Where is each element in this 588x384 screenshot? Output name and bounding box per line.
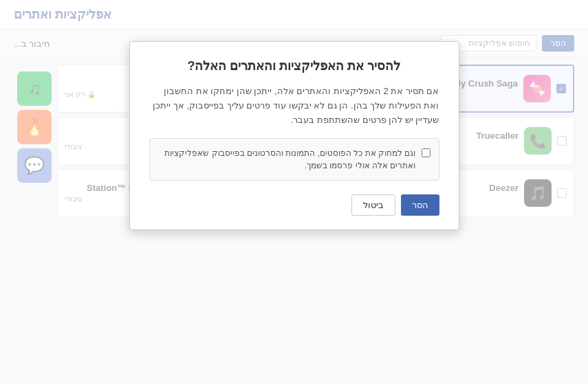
modal-actions: הסר ביטול (149, 194, 439, 216)
modal-cancel-button[interactable]: ביטול (351, 194, 395, 216)
modal-body: אם תסיר את 2 האפליקציות והאתרים אלה, יית… (149, 84, 439, 127)
modal-checkbox[interactable] (422, 148, 431, 157)
modal-checkbox-row: וגם למחוק את כל הפוסטים, התמונות והסרטונ… (149, 138, 439, 181)
modal-confirm-button[interactable]: הסר (401, 194, 439, 216)
modal-overlay: להסיר את האפליקציות והאתרים האלה? אם תסי… (0, 0, 588, 384)
modal-checkbox-label: וגם למחוק את כל הפוסטים, התמונות והסרטונ… (158, 147, 416, 172)
modal-title: להסיר את האפליקציות והאתרים האלה? (149, 58, 439, 74)
modal-dialog: להסיר את האפליקציות והאתרים האלה? אם תסי… (129, 41, 459, 230)
